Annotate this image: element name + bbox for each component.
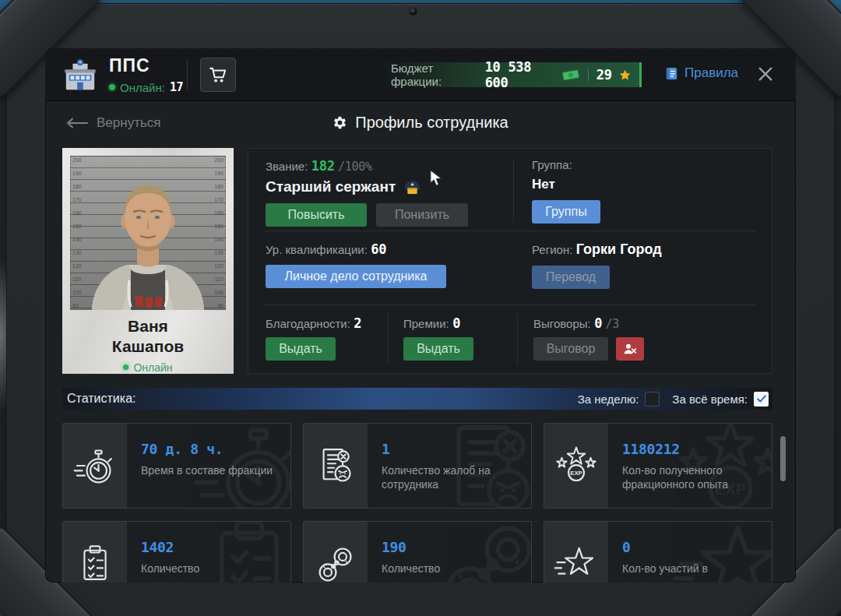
stat-icon-box xyxy=(63,522,127,583)
faction-budget: Бюджет фракции: 10 538 600 29 xyxy=(378,62,642,87)
game-screen: ППС Онлайн: 17 Бюджет фракции: 10 538 60… xyxy=(0,0,841,616)
stat-card-time: 70 д. 8 ч. Время в составе фракции xyxy=(62,423,291,509)
page-title: Профиль сотрудника xyxy=(45,114,796,132)
stat-label: Количество xyxy=(141,561,199,576)
star-icon xyxy=(618,68,632,83)
stat-value: 0 xyxy=(622,539,708,555)
faction-name: ППС xyxy=(109,55,150,76)
stat-card-tasks: 1402 Количество xyxy=(62,521,291,583)
give-bonus-button[interactable]: Выдать xyxy=(403,337,473,361)
tablet-camera-icon xyxy=(409,7,417,16)
filter-week-label: За неделю: xyxy=(578,392,639,406)
qualification-section: Ур. квалификации: 60 Личное дело сотрудн… xyxy=(266,241,446,288)
employee-photo-card: 20019018017016015014013012011010090 2001… xyxy=(62,148,234,374)
budget-separator xyxy=(588,69,589,81)
bonus-label: Премии: xyxy=(403,317,449,330)
panel-divider xyxy=(517,314,518,365)
rank-max: /100% xyxy=(338,160,372,174)
stat-icon-box xyxy=(304,424,368,508)
stat-icon-box xyxy=(544,522,608,583)
budget-value: 10 538 600 xyxy=(485,59,556,90)
employee-photo: 20019018017016015014013012011010090 2001… xyxy=(70,156,226,310)
stat-label: Количество жалоб на сотрудника xyxy=(382,463,518,491)
group-label: Группа: xyxy=(532,158,600,171)
scrollbar[interactable] xyxy=(780,436,786,481)
statistics-title: Статистика: xyxy=(67,392,135,406)
employee-name: Ваня Кашапов xyxy=(70,316,226,357)
stat-label: Кол-во участий в xyxy=(622,561,708,576)
stat-value: 1402 xyxy=(141,539,199,555)
employee-profile-panel: Звание: 182 /100% Старший сержант Повыси… xyxy=(248,148,772,374)
stat-card-arrests: 190 Количество xyxy=(303,521,532,583)
reprimand-label: Выговоры: xyxy=(533,317,591,330)
stat-icon-box xyxy=(304,522,368,583)
stat-value: 190 xyxy=(382,539,440,555)
stat-icon-box xyxy=(544,424,608,508)
money-icon xyxy=(561,68,580,82)
groups-button[interactable]: Группы xyxy=(532,200,600,224)
cart-icon xyxy=(208,65,228,85)
rank-name: Старший сержант xyxy=(266,178,396,195)
handcuffs-icon xyxy=(313,541,358,583)
filter-week: За неделю: xyxy=(578,392,660,407)
page-title-label: Профиль сотрудника xyxy=(355,114,508,132)
exp-stars-icon xyxy=(554,443,599,488)
stat-value: 70 д. 8 ч. xyxy=(141,441,273,457)
rules-label: Правила xyxy=(684,65,738,81)
bonus-section: Премии: 0 Выдать xyxy=(403,315,473,361)
police-station-icon xyxy=(62,57,98,93)
employee-status: Онлайн xyxy=(70,361,226,374)
online-dot-icon xyxy=(123,364,128,370)
faction-online-status: Онлайн: 17 xyxy=(109,80,183,94)
rules-link[interactable]: Правила xyxy=(664,65,738,81)
thanks-label: Благодарности: xyxy=(266,317,350,330)
fire-employee-button[interactable] xyxy=(616,337,644,361)
stopwatch-icon xyxy=(72,443,118,488)
budget-label: Бюджет фракции: xyxy=(391,62,479,88)
reprimand-max: /3 xyxy=(606,317,619,331)
filter-alltime-checkbox[interactable] xyxy=(754,392,769,407)
shop-button[interactable] xyxy=(200,58,236,92)
rules-icon xyxy=(664,66,679,81)
clipboard-icon xyxy=(72,541,118,583)
filter-week-checkbox[interactable] xyxy=(645,392,660,407)
header-divider xyxy=(187,59,188,90)
online-label: Онлайн: xyxy=(120,81,165,94)
panel-divider xyxy=(388,314,389,365)
height-marks-right: 20019018017016015014013012011010090 xyxy=(214,157,223,308)
height-marks-left: 20019018017016015014013012011010090 xyxy=(72,157,82,308)
budget-stars-value: 29 xyxy=(596,67,612,83)
reprimand-button[interactable]: Выговор xyxy=(533,337,608,361)
thanks-value: 2 xyxy=(354,315,361,331)
stat-label: Количество xyxy=(382,561,440,576)
stat-value: 1 xyxy=(382,441,518,457)
qualification-label: Ур. квалификации: xyxy=(266,243,368,256)
app-header: ППС Онлайн: 17 Бюджет фракции: 10 538 60… xyxy=(45,48,796,101)
gear-icon xyxy=(333,115,347,130)
close-icon xyxy=(757,65,774,83)
qualification-value: 60 xyxy=(371,241,386,257)
stat-icon-box xyxy=(63,424,127,508)
clipboard-watermark-icon xyxy=(191,521,291,583)
demote-button[interactable]: Понизить xyxy=(376,203,468,227)
user-remove-icon xyxy=(622,341,638,357)
employee-portrait xyxy=(70,156,226,310)
rank-cap-icon xyxy=(403,179,422,195)
stat-card-exp: 1180212 Кол-во полученного фракционного … xyxy=(544,423,772,509)
close-button[interactable] xyxy=(755,65,776,85)
bonus-value: 0 xyxy=(452,315,460,331)
give-thanks-button[interactable]: Выдать xyxy=(266,337,336,361)
promote-button[interactable]: Повысить xyxy=(266,203,367,227)
transfer-button[interactable]: Перевод xyxy=(532,266,610,289)
reprimand-section: Выговоры: 0 /3 Выговор xyxy=(533,315,644,361)
employee-first-name: Ваня xyxy=(70,316,226,336)
region-label: Регион: xyxy=(532,243,572,256)
group-section: Группа: Нет Группы xyxy=(532,158,600,224)
star-icon xyxy=(554,541,599,583)
personal-file-button[interactable]: Личное дело сотрудника xyxy=(266,265,446,288)
thanks-section: Благодарности: 2 Выдать xyxy=(266,315,361,361)
stat-label: Время в составе фракции xyxy=(141,463,273,477)
statistics-bar: Статистика: За неделю: За всё время: xyxy=(62,388,772,410)
online-count: 17 xyxy=(170,80,183,94)
stat-card-events: 0 Кол-во участий в xyxy=(544,521,772,583)
